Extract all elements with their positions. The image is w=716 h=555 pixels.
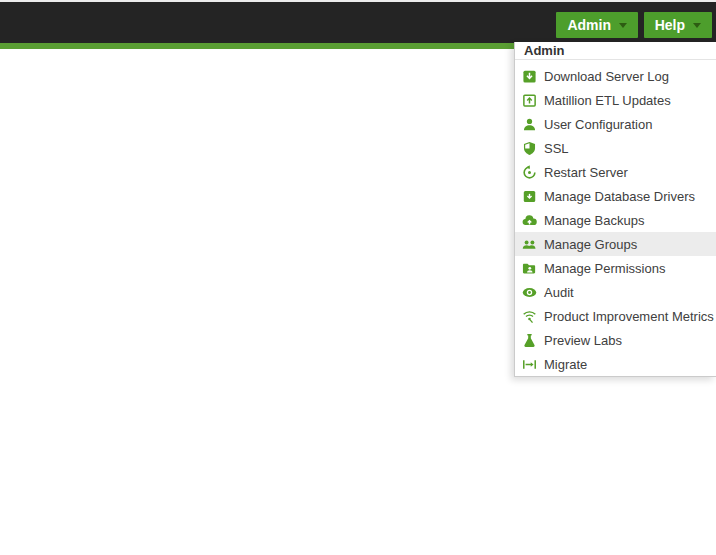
- preview-labs-icon: [521, 332, 537, 348]
- dropdown-header: Admin: [515, 42, 716, 60]
- menu-item-preview-labs[interactable]: Preview Labs: [515, 328, 716, 352]
- ssl-icon: [521, 140, 537, 156]
- dropdown-item-list: Download Server Log Matillion ETL Update…: [515, 60, 716, 376]
- menu-item-label: Restart Server: [544, 165, 628, 180]
- menu-item-label: Matillion ETL Updates: [544, 93, 671, 108]
- product-improvement-metrics-icon: [521, 308, 537, 324]
- menu-item-label: Manage Database Drivers: [544, 189, 695, 204]
- menu-item-audit[interactable]: Audit: [515, 280, 716, 304]
- help-menu-button-label: Help: [655, 17, 685, 33]
- menu-item-ssl[interactable]: SSL: [515, 136, 716, 160]
- user-configuration-icon: [521, 116, 537, 132]
- menu-item-label: User Configuration: [544, 117, 652, 132]
- menu-item-label: SSL: [544, 141, 569, 156]
- menu-item-label: Download Server Log: [544, 69, 669, 84]
- chevron-down-icon: [619, 23, 627, 28]
- menu-item-label: Migrate: [544, 357, 587, 372]
- menu-item-label: Product Improvement Metrics: [544, 309, 714, 324]
- menu-item-label: Manage Permissions: [544, 261, 665, 276]
- admin-dropdown-menu: Admin Download Server Log Matillion ETL …: [514, 42, 716, 377]
- menu-item-label: Manage Groups: [544, 237, 637, 252]
- menu-item-manage-groups[interactable]: Manage Groups: [515, 232, 716, 256]
- menu-item-restart-server[interactable]: Restart Server: [515, 160, 716, 184]
- menu-item-label: Audit: [544, 285, 574, 300]
- menu-item-manage-permissions[interactable]: Manage Permissions: [515, 256, 716, 280]
- menu-item-manage-database-drivers[interactable]: Manage Database Drivers: [515, 184, 716, 208]
- menu-item-download-server-log[interactable]: Download Server Log: [515, 64, 716, 88]
- manage-backups-icon: [521, 212, 537, 228]
- chevron-down-icon: [693, 23, 701, 28]
- menu-item-matillion-etl-updates[interactable]: Matillion ETL Updates: [515, 88, 716, 112]
- menu-item-label: Preview Labs: [544, 333, 622, 348]
- app-window: Admin Help Admin Download Server Log Mat…: [0, 0, 716, 555]
- manage-permissions-icon: [521, 260, 537, 276]
- restart-server-icon: [521, 164, 537, 180]
- menu-item-label: Manage Backups: [544, 213, 644, 228]
- audit-icon: [521, 284, 537, 300]
- menu-item-user-configuration[interactable]: User Configuration: [515, 112, 716, 136]
- download-server-log-icon: [521, 68, 537, 84]
- manage-database-drivers-icon: [521, 188, 537, 204]
- menu-item-manage-backups[interactable]: Manage Backups: [515, 208, 716, 232]
- help-menu-button[interactable]: Help: [644, 12, 712, 38]
- admin-menu-button[interactable]: Admin: [556, 12, 638, 38]
- admin-menu-button-label: Admin: [567, 17, 611, 33]
- menu-item-migrate[interactable]: Migrate: [515, 352, 716, 376]
- migrate-icon: [521, 356, 537, 372]
- topbar: Admin Help: [0, 2, 716, 43]
- manage-groups-icon: [521, 236, 537, 252]
- menu-item-product-improvement-metrics[interactable]: Product Improvement Metrics: [515, 304, 716, 328]
- matillion-etl-updates-icon: [521, 92, 537, 108]
